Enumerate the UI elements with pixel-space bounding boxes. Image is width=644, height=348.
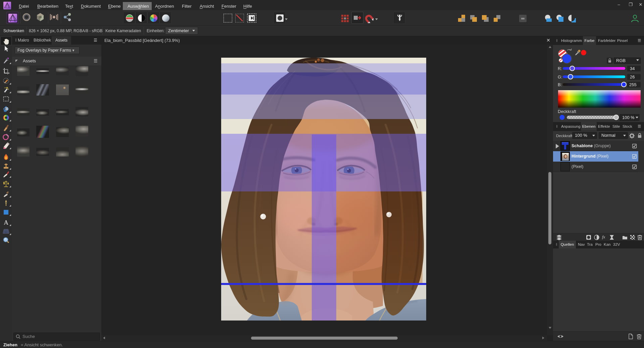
svg-text:100 %: 100 % <box>622 115 635 120</box>
svg-text:34: 34 <box>630 66 635 71</box>
svg-text:26: 26 <box>630 74 635 79</box>
svg-text:B:: B: <box>558 82 562 87</box>
svg-text:A: A <box>4 219 8 226</box>
svg-text:G:: G: <box>558 74 562 79</box>
svg-text:RGB: RGB <box>616 58 626 63</box>
svg-text:255: 255 <box>629 82 637 87</box>
svg-text:R:: R: <box>558 66 562 71</box>
